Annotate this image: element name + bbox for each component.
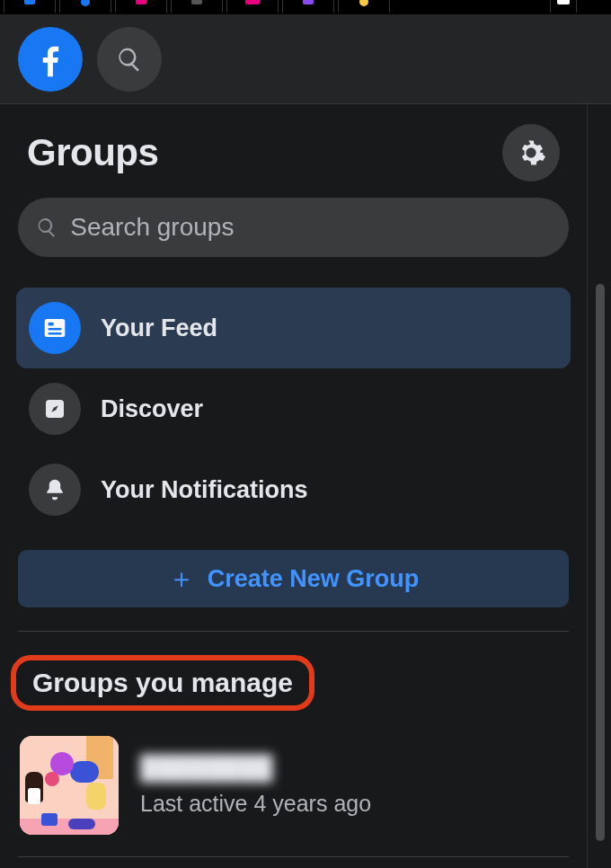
facebook-logo[interactable] bbox=[18, 27, 83, 92]
nav-label: Your Notifications bbox=[101, 476, 308, 504]
search-icon bbox=[116, 46, 143, 73]
divider bbox=[18, 856, 569, 857]
group-row[interactable]: ████████ Last active 4 years ago bbox=[16, 720, 571, 856]
scrollbar[interactable] bbox=[596, 284, 605, 841]
app-header bbox=[0, 14, 611, 104]
gear-icon bbox=[516, 137, 546, 168]
page-title: Groups bbox=[27, 131, 158, 174]
group-subtitle: Last active 4 years ago bbox=[140, 791, 371, 817]
svg-rect-1 bbox=[49, 323, 54, 326]
bell-icon bbox=[29, 464, 81, 516]
nav-label: Discover bbox=[101, 395, 203, 423]
create-new-group-button[interactable]: ＋ Create New Group bbox=[18, 550, 569, 607]
nav-label: Your Feed bbox=[101, 314, 217, 342]
create-button-label: Create New Group bbox=[208, 565, 420, 593]
group-name: ████████ bbox=[140, 754, 371, 782]
nav-item-discover[interactable]: Discover bbox=[16, 368, 571, 449]
group-thumbnail bbox=[20, 736, 119, 835]
search-groups[interactable] bbox=[18, 198, 569, 257]
svg-rect-3 bbox=[49, 332, 62, 335]
groups-panel: Groups Your Feed Discover Your Notificat… bbox=[0, 104, 588, 868]
nav-item-notifications[interactable]: Your Notifications bbox=[16, 449, 571, 530]
header-search-button[interactable] bbox=[97, 27, 162, 92]
search-groups-input[interactable] bbox=[70, 213, 551, 242]
svg-rect-2 bbox=[49, 328, 62, 331]
plus-icon: ＋ bbox=[168, 565, 195, 592]
section-header-groups-you-manage: Groups you manage bbox=[11, 655, 314, 711]
compass-icon bbox=[29, 383, 81, 435]
search-icon bbox=[36, 216, 58, 239]
settings-button[interactable] bbox=[502, 124, 560, 182]
nav-list: Your Feed Discover Your Notifications bbox=[16, 279, 571, 530]
browser-tab-strip bbox=[0, 0, 611, 14]
group-info: ████████ Last active 4 years ago bbox=[140, 754, 371, 817]
feed-icon bbox=[29, 302, 81, 354]
panel-title-row: Groups bbox=[16, 124, 571, 198]
facebook-f-icon bbox=[30, 39, 71, 80]
nav-item-your-feed[interactable]: Your Feed bbox=[16, 288, 571, 368]
